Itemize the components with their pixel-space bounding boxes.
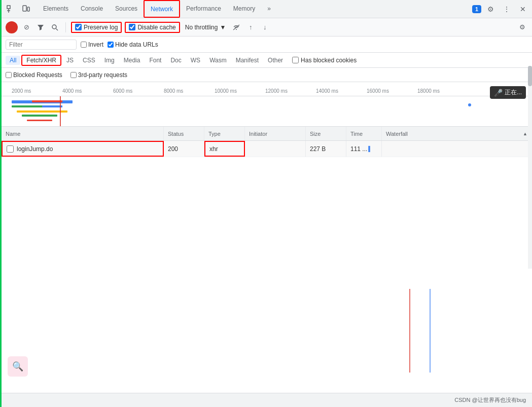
inspect-element-icon[interactable] bbox=[4, 2, 18, 16]
scrollbar-thumb[interactable] bbox=[528, 66, 532, 86]
th-type[interactable]: Type bbox=[204, 127, 245, 140]
device-toolbar-icon[interactable] bbox=[19, 2, 33, 16]
filter-icon[interactable] bbox=[35, 22, 46, 33]
tab-network[interactable]: Network bbox=[144, 0, 180, 18]
filter-type-bar: All Fetch/XHR JS CSS Img Media Font Doc … bbox=[2, 53, 532, 68]
tab-sources[interactable]: Sources bbox=[109, 0, 144, 18]
th-waterfall[interactable]: Waterfall ▲ bbox=[382, 127, 532, 140]
microphone-icon: 🎤 bbox=[494, 89, 503, 97]
has-blocked-cookies-label[interactable]: Has blocked cookies bbox=[292, 57, 357, 64]
upload-icon[interactable]: ↑ bbox=[245, 22, 256, 33]
tick-2000: 2000 ms bbox=[12, 88, 31, 94]
hide-data-urls-checkbox[interactable] bbox=[108, 42, 114, 48]
tab-bar: Elements Console Sources Network Perform… bbox=[2, 0, 532, 18]
th-name[interactable]: Name bbox=[2, 127, 164, 140]
th-size[interactable]: Size bbox=[306, 127, 346, 140]
blocked-requests-label[interactable]: Blocked Requests bbox=[6, 71, 62, 79]
preserve-log-checkbox[interactable] bbox=[75, 24, 82, 30]
time-icon: ▌ bbox=[368, 146, 372, 152]
tick-6000: 6000 ms bbox=[113, 88, 132, 94]
third-party-requests-checkbox[interactable] bbox=[70, 72, 77, 78]
tab-bar-left-icons bbox=[4, 2, 33, 16]
disable-cache-checkbox-label[interactable]: Disable cache bbox=[125, 22, 180, 33]
td-size: 227 B bbox=[306, 141, 346, 157]
tick-10000: 10000 ms bbox=[215, 88, 237, 94]
main-tabs: Elements Console Sources Network Perform… bbox=[37, 0, 472, 18]
throttle-dropdown-icon: ▼ bbox=[220, 24, 226, 31]
wifi-icon[interactable] bbox=[231, 22, 242, 33]
tab-bar-right: 1 ⚙ ⋮ ✕ bbox=[472, 2, 530, 16]
filter-type-img[interactable]: Img bbox=[100, 56, 119, 65]
tick-18000: 18000 ms bbox=[417, 88, 440, 94]
invert-checkbox-label[interactable]: Invert bbox=[81, 41, 103, 48]
table-header: Name Status Type Initiator Size Time Wat… bbox=[2, 127, 532, 141]
bottom-bar-text: CSDN @让世界再也没有bug bbox=[454, 396, 526, 404]
tick-16000: 16000 ms bbox=[367, 88, 389, 94]
filter-bar: Invert Hide data URLs bbox=[2, 36, 532, 53]
svg-rect-4 bbox=[27, 7, 29, 11]
preserve-log-checkbox-label[interactable]: Preserve log bbox=[71, 22, 122, 33]
devtools-panel: Elements Console Sources Network Perform… bbox=[0, 0, 532, 407]
svg-rect-0 bbox=[7, 6, 10, 9]
bottom-bar: CSDN @让世界再也没有bug bbox=[2, 393, 532, 407]
filter-type-all[interactable]: All bbox=[6, 56, 20, 65]
close-icon[interactable]: ✕ bbox=[516, 2, 530, 16]
blocked-requests-checkbox[interactable] bbox=[6, 72, 12, 78]
tick-4000: 4000 ms bbox=[62, 88, 82, 94]
filter-type-doc[interactable]: Doc bbox=[166, 56, 185, 65]
stop-recording-icon[interactable]: ⊘ bbox=[21, 22, 32, 33]
filter-type-fetch-xhr[interactable]: Fetch/XHR bbox=[21, 55, 61, 66]
has-blocked-cookies-checkbox[interactable] bbox=[292, 57, 299, 63]
svg-rect-3 bbox=[23, 6, 26, 11]
sort-arrow-icon: ▲ bbox=[523, 131, 527, 136]
disable-cache-checkbox[interactable] bbox=[129, 24, 135, 30]
filter-type-css[interactable]: CSS bbox=[79, 56, 99, 65]
waterfall-red-line bbox=[409, 289, 410, 373]
th-initiator[interactable]: Initiator bbox=[245, 127, 306, 140]
td-name[interactable]: loginJump.do bbox=[2, 141, 164, 157]
td-waterfall bbox=[382, 141, 532, 157]
row-checkbox[interactable] bbox=[7, 145, 14, 153]
search-icon[interactable] bbox=[49, 22, 60, 33]
waterfall-blue-line bbox=[430, 289, 431, 373]
tab-memory[interactable]: Memory bbox=[227, 0, 261, 18]
svg-line-6 bbox=[56, 28, 58, 30]
settings-icon[interactable]: ⚙ bbox=[483, 2, 498, 16]
network-table: Name Status Type Initiator Size Time Wat… bbox=[2, 127, 532, 393]
scrollbar[interactable] bbox=[528, 66, 532, 269]
timeline-bar: 2000 ms 4000 ms 6000 ms 8000 ms 10000 ms… bbox=[2, 82, 532, 96]
download-icon[interactable]: ↓ bbox=[259, 22, 270, 33]
hide-data-urls-checkbox-label[interactable]: Hide data URLs bbox=[108, 41, 158, 48]
toolbar-divider-1 bbox=[65, 22, 66, 32]
td-status: 200 bbox=[164, 141, 204, 157]
filter-type-ws[interactable]: WS bbox=[187, 56, 204, 65]
filter-input[interactable] bbox=[6, 40, 77, 50]
td-time: 111 ... ▌ bbox=[346, 141, 382, 157]
more-options-icon[interactable]: ⋮ bbox=[500, 2, 514, 16]
tab-more[interactable]: » bbox=[261, 0, 277, 18]
th-time[interactable]: Time bbox=[346, 127, 382, 140]
filter-type-font[interactable]: Font bbox=[145, 56, 165, 65]
table-row[interactable]: loginJump.do 200 xhr 227 B 111 ... ▌ bbox=[2, 141, 532, 157]
checkbox-row: Blocked Requests 3rd-party requests bbox=[2, 68, 532, 82]
tab-performance[interactable]: Performance bbox=[180, 0, 227, 18]
filter-type-wasm[interactable]: Wasm bbox=[205, 56, 231, 65]
filter-type-other[interactable]: Other bbox=[264, 56, 287, 65]
record-button[interactable] bbox=[6, 21, 18, 33]
throttle-select[interactable]: No throttling ▼ bbox=[183, 23, 228, 32]
filter-type-manifest[interactable]: Manifest bbox=[232, 56, 263, 65]
search-overlay-button[interactable]: 🔍 bbox=[8, 356, 28, 377]
toolbar-settings-icon[interactable]: ⚙ bbox=[517, 22, 528, 33]
th-status[interactable]: Status bbox=[164, 127, 204, 140]
voice-overlay: 🎤 正在... bbox=[490, 86, 526, 99]
svg-point-5 bbox=[52, 25, 56, 29]
filter-type-media[interactable]: Media bbox=[120, 56, 145, 65]
tick-8000: 8000 ms bbox=[164, 88, 183, 94]
invert-checkbox[interactable] bbox=[81, 42, 87, 48]
tick-12000: 12000 ms bbox=[265, 88, 288, 94]
message-badge[interactable]: 1 bbox=[472, 5, 481, 13]
tab-elements[interactable]: Elements bbox=[37, 0, 75, 18]
third-party-requests-label[interactable]: 3rd-party requests bbox=[70, 71, 127, 79]
filter-type-js[interactable]: JS bbox=[62, 56, 78, 65]
tab-console[interactable]: Console bbox=[75, 0, 109, 18]
